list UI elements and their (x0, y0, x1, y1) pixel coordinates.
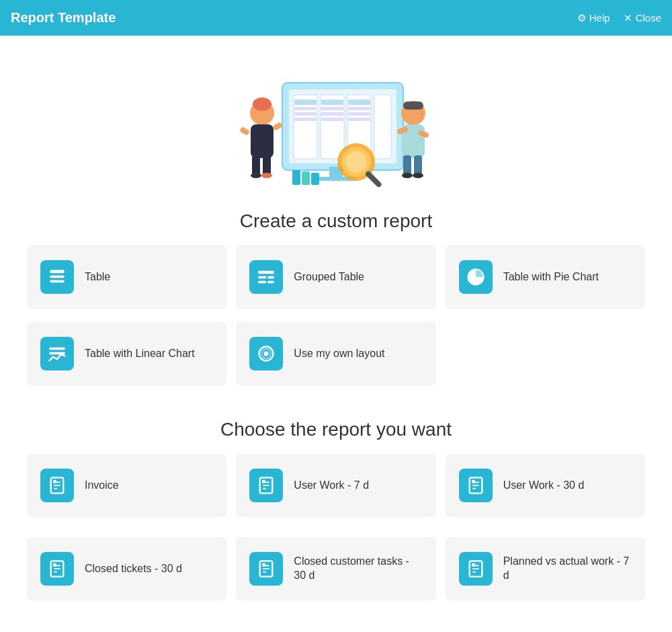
report-card-closed-tickets[interactable]: Closed tickets - 30 d (27, 537, 226, 600)
svg-rect-8 (294, 100, 317, 105)
choose-section-title: Choose the report you want (0, 419, 672, 440)
report-icon-closed-customer-tasks (249, 552, 283, 586)
header-actions: ⚙ Help ✕ Close (577, 12, 661, 24)
hero-illustration (0, 36, 672, 197)
svg-rect-47 (50, 280, 65, 283)
template-card-own-layout[interactable]: Use my own layout (236, 322, 435, 385)
svg-rect-30 (252, 155, 260, 175)
close-icon: ✕ (624, 12, 632, 24)
svg-rect-29 (251, 124, 274, 158)
help-button[interactable]: ⚙ Help (577, 12, 610, 24)
own-layout-icon (249, 337, 283, 370)
hero-svg (225, 56, 447, 190)
svg-rect-34 (239, 126, 250, 136)
report-icon-invoice (40, 469, 74, 502)
report-label-closed-customer-tasks: Closed customer tasks - 30 d (294, 555, 422, 583)
svg-rect-23 (364, 170, 382, 188)
grouped-table-icon (249, 260, 283, 294)
template-card-table[interactable]: Table (27, 245, 226, 309)
svg-rect-31 (263, 155, 271, 175)
svg-rect-10 (294, 112, 317, 116)
empty-cell (446, 322, 645, 385)
report-card-closed-customer-tasks[interactable]: Closed customer tasks - 30 d (236, 537, 435, 600)
svg-rect-88 (472, 563, 475, 567)
svg-rect-63 (53, 480, 56, 483)
svg-rect-16 (348, 100, 370, 105)
report-card-invoice[interactable]: Invoice (27, 454, 226, 517)
table-icon (40, 260, 74, 294)
report-label-closed-tickets: Closed tickets - 30 d (85, 562, 182, 576)
svg-rect-25 (302, 171, 310, 185)
report-grid-row2: Closed tickets - 30 d Closed customer ta… (0, 537, 672, 621)
svg-rect-78 (53, 563, 56, 567)
pie-chart-icon (459, 260, 493, 294)
svg-rect-55 (49, 352, 65, 355)
svg-rect-48 (259, 271, 274, 274)
svg-rect-39 (403, 155, 411, 175)
report-label-user-work-7d: User Work - 7 d (294, 479, 369, 493)
svg-rect-35 (272, 122, 283, 131)
svg-rect-50 (268, 276, 274, 279)
report-label-planned-vs-actual: Planned vs actual work - 7 d (503, 555, 632, 583)
svg-rect-13 (321, 107, 343, 110)
svg-rect-54 (49, 348, 65, 350)
svg-rect-19 (348, 118, 370, 121)
report-icon-user-work-30d (459, 469, 493, 502)
svg-rect-15 (321, 118, 343, 121)
template-card-pie-chart[interactable]: Table with Pie Chart (446, 245, 645, 309)
template-label-own-layout: Use my own layout (294, 347, 384, 361)
report-icon-closed-tickets (40, 552, 74, 586)
svg-point-57 (264, 352, 269, 356)
svg-rect-12 (321, 100, 343, 105)
report-label-invoice: Invoice (85, 479, 119, 493)
svg-rect-68 (262, 480, 265, 483)
svg-point-42 (413, 173, 423, 178)
template-label-linear-chart: Table with Linear Chart (85, 347, 195, 361)
svg-rect-37 (403, 102, 423, 110)
svg-rect-45 (50, 270, 65, 274)
main-content: Create a custom report Table Grouped Tab… (0, 36, 672, 632)
svg-rect-73 (472, 480, 475, 483)
svg-rect-17 (348, 107, 370, 110)
svg-point-41 (402, 173, 413, 178)
linear-chart-icon (40, 337, 74, 370)
report-grid-row1: Invoice User Work - 7 d User Work - 30 d (0, 454, 672, 537)
report-card-planned-vs-actual[interactable]: Planned vs actual work - 7 d (446, 537, 645, 600)
svg-rect-9 (294, 107, 317, 110)
svg-rect-46 (50, 276, 65, 278)
svg-rect-51 (259, 281, 267, 284)
svg-point-22 (345, 151, 367, 173)
template-grid-row1: Table Grouped Table Table with Pie Chart (0, 245, 672, 322)
report-card-user-work-30d[interactable]: User Work - 30 d (446, 454, 645, 517)
svg-rect-14 (321, 112, 343, 116)
svg-rect-40 (414, 155, 422, 175)
report-card-user-work-7d[interactable]: User Work - 7 d (236, 454, 435, 517)
svg-point-33 (261, 173, 272, 178)
create-section-title: Create a custom report (0, 210, 672, 232)
template-label-grouped-table: Grouped Table (294, 270, 364, 284)
template-grid-row2: Table with Linear Chart Use my own layou… (0, 322, 672, 405)
svg-rect-83 (262, 563, 265, 567)
svg-rect-11 (294, 118, 317, 121)
svg-point-28 (253, 97, 271, 111)
svg-rect-26 (311, 173, 319, 185)
svg-rect-52 (268, 281, 274, 284)
help-icon: ⚙ (577, 12, 586, 24)
svg-point-32 (251, 173, 261, 178)
svg-rect-49 (259, 276, 267, 279)
close-button[interactable]: ✕ Close (624, 12, 661, 24)
report-icon-planned-vs-actual (459, 552, 493, 586)
report-label-user-work-30d: User Work - 30 d (503, 479, 585, 493)
app-header: Report Template ⚙ Help ✕ Close (0, 0, 672, 36)
template-card-grouped-table[interactable]: Grouped Table (236, 245, 435, 309)
report-icon-user-work-7d (249, 469, 283, 502)
svg-rect-24 (292, 170, 300, 185)
svg-rect-18 (348, 112, 370, 116)
template-label-table: Table (85, 270, 110, 284)
template-card-linear-chart[interactable]: Table with Linear Chart (27, 322, 226, 385)
svg-rect-7 (374, 95, 391, 159)
template-label-pie-chart: Table with Pie Chart (503, 270, 599, 284)
app-title: Report Template (11, 10, 116, 26)
